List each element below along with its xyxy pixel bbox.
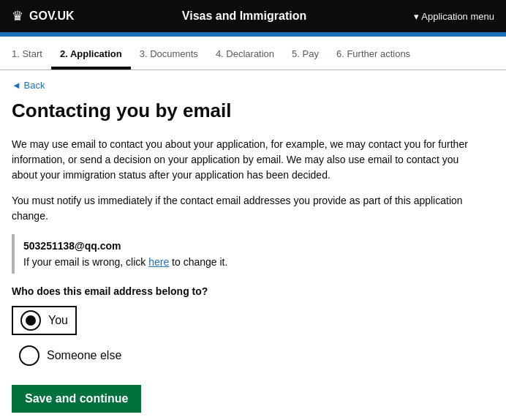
body-paragraph-2: You must notify us immediately if the co… (12, 193, 471, 224)
email-info-box: 503251138@qq.com If your email is wrong,… (12, 234, 471, 274)
change-email-link[interactable]: here (148, 256, 169, 268)
steps-nav: 1. Start 2. Application 3. Documents 4. … (0, 37, 506, 70)
gov-logo: ♛ GOV.UK (12, 8, 75, 24)
body-paragraph-1: We may use email to contact you about yo… (12, 137, 471, 183)
radio-inner-you (26, 315, 36, 326)
email-address: 503251138@qq.com (23, 240, 462, 252)
change-email-suffix: to change it. (172, 256, 227, 268)
radio-option-you[interactable]: You (12, 306, 77, 335)
crown-icon: ♛ (12, 8, 23, 24)
save-button-container: Save and continue (12, 385, 471, 420)
change-email-text: If your email is wrong, click here to ch… (23, 256, 462, 268)
back-link[interactable]: ◄ Back (12, 80, 45, 91)
page-title: Contacting you by email (12, 100, 471, 122)
application-menu-button[interactable]: ▾ Application menu (414, 11, 494, 22)
change-email-prefix: If your email is wrong, click (23, 256, 146, 268)
site-header: ♛ GOV.UK Visas and Immigration ▾ Applica… (0, 0, 506, 32)
radio-label-you: You (48, 314, 68, 327)
step-documents[interactable]: 3. Documents (131, 42, 207, 70)
gov-logo-text: GOV.UK (29, 10, 75, 23)
radio-label-someone-else: Someone else (47, 349, 121, 362)
step-pay[interactable]: 5. Pay (283, 42, 328, 70)
email-owner-radio-group: You Someone else (12, 306, 471, 370)
radio-outer-you (20, 310, 41, 331)
question-label: Who does this email address belong to? (12, 285, 471, 297)
save-continue-button[interactable]: Save and continue (12, 385, 141, 413)
radio-outer-someone-else (19, 345, 39, 366)
site-title: Visas and Immigration (182, 10, 306, 23)
step-start[interactable]: 1. Start (12, 42, 51, 70)
radio-option-someone-else[interactable]: Someone else (12, 341, 471, 370)
main-content: ◄ Back Contacting you by email We may us… (0, 70, 483, 420)
step-declaration[interactable]: 4. Declaration (207, 42, 283, 70)
step-application[interactable]: 2. Application (51, 42, 131, 70)
step-further-actions[interactable]: 6. Further actions (328, 42, 419, 70)
